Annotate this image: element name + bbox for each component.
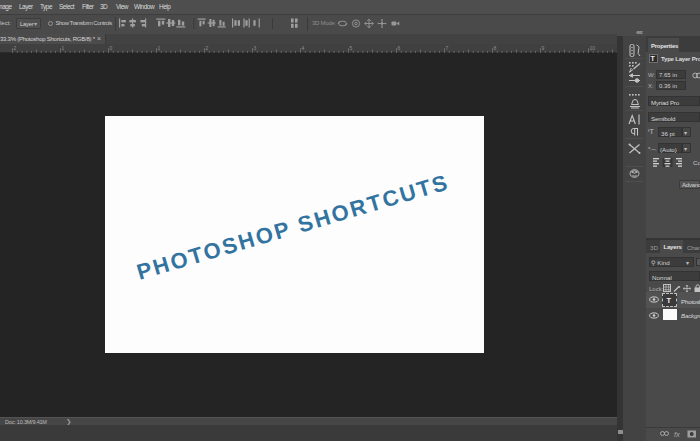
- svg-text:fx: fx: [674, 430, 680, 439]
